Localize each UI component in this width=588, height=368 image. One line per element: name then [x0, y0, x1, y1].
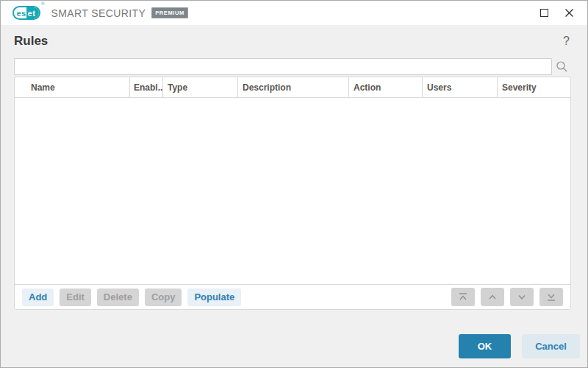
move-down-icon — [516, 292, 528, 302]
search-button[interactable] — [552, 58, 571, 75]
content-area: Rules ? Name Enabl... Type Description A… — [1, 25, 587, 367]
move-up-icon — [487, 292, 498, 302]
ok-button[interactable]: OK — [459, 334, 511, 358]
registered-trademark-mark: ® — [41, 1, 44, 6]
populate-button[interactable]: Populate — [187, 289, 241, 306]
move-to-bottom-icon — [545, 292, 557, 302]
column-header-name[interactable]: Name — [15, 77, 130, 97]
edit-button: Edit — [60, 289, 91, 306]
maximize-button[interactable] — [533, 4, 555, 23]
column-header-users[interactable]: Users — [423, 77, 498, 97]
logo-text-right: et — [26, 7, 39, 18]
move-to-top-icon — [457, 292, 469, 302]
page-title: Rules — [14, 34, 48, 49]
close-button[interactable] — [558, 4, 580, 23]
add-button[interactable]: Add — [22, 289, 54, 306]
column-header-severity[interactable]: Severity — [498, 77, 570, 97]
move-to-top-button — [451, 288, 475, 306]
move-to-bottom-button — [539, 288, 563, 306]
move-down-button — [510, 288, 534, 306]
table-actions-bar: Add Edit Delete Copy Populate — [15, 284, 570, 309]
copy-button: Copy — [145, 289, 182, 306]
rules-table-panel: Name Enabl... Type Description Action Us… — [14, 77, 571, 310]
move-up-button — [481, 288, 504, 306]
eset-rules-window: es et ® SMART SECURITY PREMIUM Rules ? — [0, 0, 588, 368]
column-header-enabled[interactable]: Enabl... — [130, 77, 163, 97]
search-input[interactable] — [14, 58, 552, 75]
table-body-empty[interactable] — [15, 98, 570, 284]
column-header-description[interactable]: Description — [238, 77, 349, 97]
table-header-row: Name Enabl... Type Description Action Us… — [15, 77, 570, 98]
eset-logo-icon: es et — [12, 6, 40, 20]
column-header-action[interactable]: Action — [349, 77, 423, 97]
delete-button: Delete — [97, 289, 139, 306]
maximize-icon — [540, 9, 548, 17]
product-name: SMART SECURITY — [51, 7, 146, 19]
search-row — [14, 58, 571, 75]
cancel-button[interactable]: Cancel — [522, 334, 580, 358]
dialog-footer: OK Cancel — [1, 310, 587, 367]
column-header-type[interactable]: Type — [163, 77, 238, 97]
premium-badge: PREMIUM — [151, 7, 188, 18]
titlebar: es et ® SMART SECURITY PREMIUM — [1, 1, 587, 25]
logo-text-left: es — [14, 7, 26, 18]
close-icon — [564, 8, 574, 18]
heading-row: Rules ? — [14, 34, 571, 49]
search-icon — [556, 60, 568, 73]
help-button[interactable]: ? — [562, 35, 571, 48]
